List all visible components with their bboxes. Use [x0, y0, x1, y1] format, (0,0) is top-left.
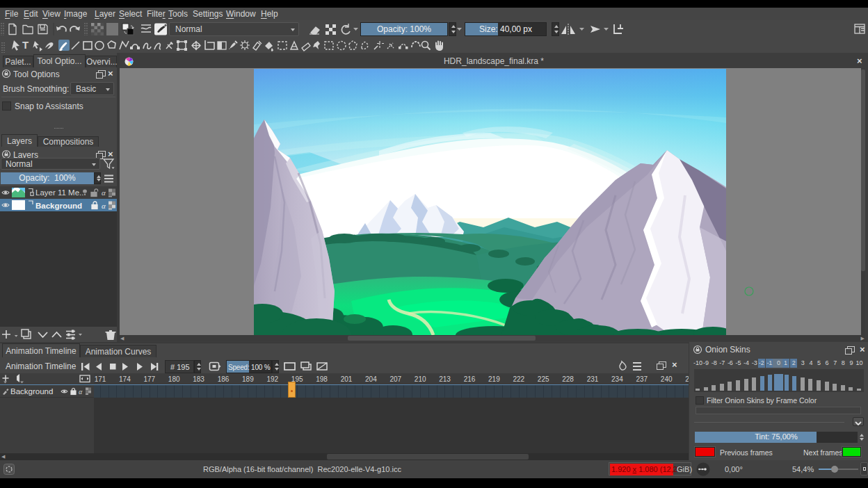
svg-text:Background: Background	[10, 387, 53, 396]
svg-text:Layer 11 Me...: Layer 11 Me...	[35, 188, 86, 197]
svg-text:α: α	[102, 202, 106, 210]
svg-text:α: α	[102, 188, 106, 197]
svg-text:Background: Background	[35, 202, 82, 210]
svg-text:T: T	[22, 39, 29, 51]
svg-text:α: α	[79, 388, 83, 396]
